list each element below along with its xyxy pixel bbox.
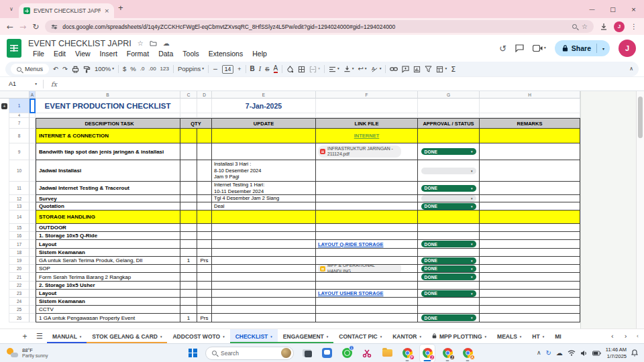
- site-controls-icon[interactable]: [51, 23, 58, 30]
- cell-description[interactable]: Survey: [36, 195, 180, 202]
- font-select[interactable]: Poppins ▾: [178, 66, 204, 72]
- hyperlink[interactable]: LAYOUT Q-RIDE STORAGE: [318, 241, 384, 247]
- sheet-tab-stok-gelang-card[interactable]: STOK GELANG & CARD▾: [87, 329, 167, 344]
- forward-icon[interactable]: →: [19, 23, 26, 31]
- cell-description[interactable]: Sistem Keamanan: [36, 298, 180, 306]
- cell-link-file[interactable]: [316, 273, 418, 282]
- cell-unit[interactable]: [197, 306, 212, 314]
- cell-status[interactable]: DONE▾: [418, 202, 480, 210]
- cell-update[interactable]: [212, 224, 316, 232]
- cell[interactable]: [30, 306, 36, 314]
- cell[interactable]: [30, 290, 36, 298]
- menu-format[interactable]: Format: [122, 49, 154, 58]
- cell-remarks[interactable]: [480, 210, 580, 224]
- status-dropdown[interactable]: DONE▾: [421, 290, 476, 297]
- cell-update[interactable]: [212, 306, 316, 314]
- cell-update[interactable]: Tgl 4 Desember Jam 2 Siang: [212, 195, 316, 202]
- row-number[interactable]: 22: [9, 282, 30, 290]
- zoom-icon[interactable]: [572, 24, 577, 29]
- group-expand-button[interactable]: +: [1, 103, 7, 109]
- cell-description[interactable]: Layout: [36, 290, 180, 298]
- cell-remarks[interactable]: [480, 182, 580, 195]
- cell-unit[interactable]: [197, 273, 212, 282]
- cell-qty[interactable]: [180, 282, 197, 290]
- cell[interactable]: [316, 99, 418, 113]
- select-all-corner[interactable]: [0, 91, 30, 99]
- cell-qty[interactable]: [180, 306, 197, 314]
- sync-icon[interactable]: ↻: [545, 350, 551, 357]
- chrome-profile-4-icon[interactable]: A: [460, 345, 475, 362]
- cell-remarks[interactable]: [480, 298, 580, 306]
- header-description[interactable]: DESCRIPTION TASK: [36, 118, 180, 129]
- notification-bell-icon[interactable]: [631, 349, 638, 357]
- tab-search-icon[interactable]: ∨: [6, 4, 17, 15]
- cell-remarks[interactable]: [480, 143, 580, 160]
- sheet-tab-mpp-plotting[interactable]: MPP PLOTTING▾: [427, 329, 492, 344]
- cell-update[interactable]: [212, 290, 316, 298]
- cell-qty[interactable]: [180, 129, 197, 143]
- task-view-button[interactable]: [299, 345, 314, 362]
- sheet-title-cell[interactable]: EVENT PRODUCTION CHECKLIST: [36, 99, 180, 113]
- cell-remarks[interactable]: [480, 314, 580, 322]
- cell-qty[interactable]: [180, 210, 197, 224]
- cell[interactable]: [30, 249, 36, 257]
- row-number[interactable]: 11: [9, 182, 30, 195]
- cell[interactable]: [30, 298, 36, 306]
- cell-qty[interactable]: 1: [180, 257, 197, 265]
- tabs-next-icon[interactable]: ›: [625, 333, 627, 340]
- hyperlink[interactable]: INTERNET: [354, 133, 380, 139]
- hyperlink[interactable]: LAYOUT USHER STORAGE: [318, 290, 384, 296]
- url-bar[interactable]: docs.google.com/spreadsheets/d/1q4yZCCKH…: [45, 20, 594, 33]
- cell-status[interactable]: DONE▾: [418, 240, 480, 249]
- cell-update[interactable]: [212, 282, 316, 290]
- column-header-E[interactable]: E: [212, 91, 316, 99]
- sheet-tab-manual[interactable]: MANUAL▾: [47, 329, 87, 344]
- cell-qty[interactable]: [180, 224, 197, 232]
- cell-link-file[interactable]: [316, 202, 418, 210]
- cell[interactable]: [30, 257, 36, 265]
- cell-remarks[interactable]: [480, 129, 580, 143]
- cell-qty[interactable]: [180, 298, 197, 306]
- cell-qty[interactable]: [180, 232, 197, 240]
- cell[interactable]: [30, 143, 36, 160]
- cell[interactable]: [180, 99, 197, 113]
- browser-profile-avatar[interactable]: J: [614, 21, 625, 32]
- version-history-icon[interactable]: ↺: [499, 44, 506, 53]
- taskbar-clock[interactable]: 11:46 AM 1/7/2025: [606, 347, 627, 359]
- cell-remarks[interactable]: [480, 282, 580, 290]
- cell-description[interactable]: Layout: [36, 240, 180, 249]
- cell[interactable]: [30, 224, 36, 232]
- row-number[interactable]: 1: [9, 99, 30, 113]
- window-maximize-button[interactable]: □: [602, 0, 623, 18]
- cell[interactable]: [30, 314, 36, 322]
- cell-description[interactable]: OUTDOOR: [36, 224, 180, 232]
- cell[interactable]: [30, 202, 36, 210]
- cell-description[interactable]: GA untuk Serah Terima Produk, Gelang, Dl…: [36, 257, 180, 265]
- cell-remarks[interactable]: [480, 306, 580, 314]
- redo-icon[interactable]: ↷: [62, 66, 68, 72]
- cell-qty[interactable]: [180, 202, 197, 210]
- weather-widget[interactable]: 88°F Partly sunny: [0, 347, 48, 359]
- cell[interactable]: [30, 273, 36, 282]
- hscroll-left-icon[interactable]: ‹: [637, 333, 644, 339]
- cell-remarks[interactable]: [480, 195, 580, 202]
- cell-qty[interactable]: [180, 195, 197, 202]
- cell-update[interactable]: [212, 232, 316, 240]
- zoom-select[interactable]: 100% ▾: [95, 66, 114, 72]
- cell-link-file[interactable]: [316, 195, 418, 202]
- cell-qty[interactable]: [180, 265, 197, 273]
- cell-update[interactable]: Installasi 3 Hari :8-10 Desember 2024Jam…: [212, 160, 316, 182]
- cell-unit[interactable]: [197, 160, 212, 182]
- row-number[interactable]: 26: [9, 314, 30, 322]
- row-number[interactable]: 12: [9, 195, 30, 202]
- meet-icon[interactable]: ▾: [533, 45, 546, 52]
- cell-link-file[interactable]: [316, 314, 418, 322]
- file-explorer-icon[interactable]: [380, 345, 394, 362]
- cell[interactable]: [418, 99, 480, 113]
- cell-link-file[interactable]: [316, 224, 418, 232]
- snipping-tool-icon[interactable]: [360, 345, 374, 362]
- cell-description[interactable]: 1. Storage 10x5 Q-Ride: [36, 232, 180, 240]
- insert-chart-icon[interactable]: [413, 66, 421, 73]
- cell-link-file[interactable]: [316, 210, 418, 224]
- status-dropdown[interactable]: DONE▾: [421, 241, 476, 247]
